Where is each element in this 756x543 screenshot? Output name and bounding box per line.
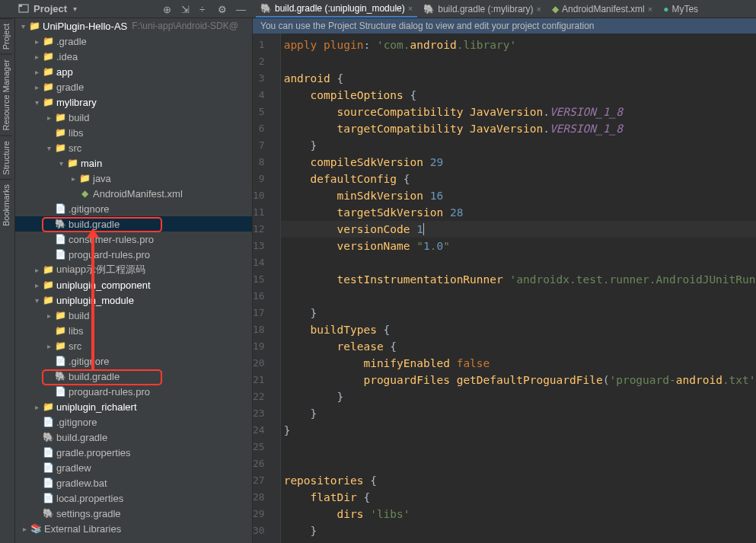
tree-item[interactable]: ▾📁uniplugin_module: [15, 292, 252, 308]
editor-tab[interactable]: 🐘build.gradle (:uniplugin_module)×: [256, 1, 417, 18]
tree-item[interactable]: ▸📁uniplugin_component: [15, 277, 252, 292]
tree-item[interactable]: ▸📁gradle: [15, 79, 252, 94]
tree-item[interactable]: 📁libs: [15, 323, 252, 338]
code-line[interactable]: [281, 53, 756, 70]
code-line[interactable]: targetCompatibility JavaVersion.VERSION_…: [281, 120, 756, 137]
side-tab[interactable]: Bookmarks: [0, 179, 12, 231]
project-root[interactable]: ▾📁UniPlugin-Hello-ASF:\uni-app\Android-S…: [15, 18, 252, 34]
code-line[interactable]: apply plugin: 'com.android.library': [281, 37, 756, 53]
tree-item[interactable]: ▾📁main: [15, 155, 252, 171]
code-line[interactable]: [281, 288, 756, 305]
tree-item[interactable]: 📄gradlew.bat: [15, 475, 252, 490]
code-line[interactable]: }: [281, 305, 756, 321]
expand-arrow-icon[interactable]: ▸: [32, 281, 41, 289]
tree-item[interactable]: 📄consumer-rules.pro: [15, 232, 252, 247]
expand-arrow-icon[interactable]: ▾: [32, 98, 41, 107]
side-tab[interactable]: Resource Manager: [0, 54, 12, 136]
code-line[interactable]: versionName "1.0": [281, 238, 756, 254]
expand-arrow-icon[interactable]: ▸: [32, 266, 41, 274]
code-line[interactable]: repositories {: [281, 472, 756, 489]
tree-item[interactable]: ▸📁src: [15, 338, 252, 353]
tree-item[interactable]: ▸📁.gradle: [15, 34, 252, 49]
gear-icon[interactable]: ⚙: [218, 4, 228, 14]
code-line[interactable]: release {: [281, 338, 756, 355]
code-line[interactable]: }: [281, 522, 756, 539]
tree-item[interactable]: ▸📁build: [15, 110, 252, 125]
side-tab[interactable]: Structure: [0, 136, 12, 180]
code-line[interactable]: [281, 254, 756, 271]
expand-arrow-icon[interactable]: ▸: [20, 525, 29, 533]
code-line[interactable]: }: [281, 405, 756, 422]
tree-item[interactable]: 📄proguard-rules.pro: [15, 384, 252, 399]
code-line[interactable]: [281, 455, 756, 472]
tree-item[interactable]: 📄.gitignore: [15, 414, 252, 430]
code-line[interactable]: }: [281, 422, 756, 439]
code-line[interactable]: }: [281, 388, 756, 405]
tree-item[interactable]: 📄.gitignore: [15, 353, 252, 369]
code-line[interactable]: sourceCompatibility JavaVersion.VERSION_…: [281, 104, 756, 120]
code-line[interactable]: proguardFiles getDefaultProguardFile('pr…: [281, 372, 756, 388]
code-line[interactable]: [281, 439, 756, 455]
tree-item[interactable]: ▾📁src: [15, 140, 252, 155]
tree-item[interactable]: 📄proguard-rules.pro: [15, 247, 252, 262]
editor-tab[interactable]: ◆AndroidManifest.xml×: [547, 1, 657, 18]
close-icon[interactable]: ×: [537, 5, 541, 14]
code-line[interactable]: buildTypes {: [281, 321, 756, 338]
code-line[interactable]: flatDir {: [281, 489, 756, 506]
tree-item[interactable]: ▸📁java: [15, 171, 252, 186]
expand-arrow-icon[interactable]: ▸: [32, 68, 41, 76]
tree-item[interactable]: 🐘settings.gradle: [15, 506, 252, 521]
side-tab[interactable]: Project: [0, 18, 12, 54]
code-line[interactable]: testInstrumentationRunner 'androidx.test…: [281, 271, 756, 288]
tree-item[interactable]: ▸📁uniapp示例工程源码: [15, 262, 252, 277]
tree-item[interactable]: ▸📁build: [15, 308, 252, 323]
target-icon[interactable]: ⊕: [163, 4, 174, 14]
code-line[interactable]: compileSdkVersion 29: [281, 154, 756, 171]
code-line[interactable]: android {: [281, 70, 756, 87]
tree-item[interactable]: 📄local.properties: [15, 490, 252, 506]
collapse-icon[interactable]: ⇲: [181, 4, 192, 14]
expand-arrow-icon[interactable]: ▸: [32, 37, 41, 46]
code-line[interactable]: minifyEnabled false: [281, 355, 756, 372]
expand-arrow-icon[interactable]: ▸: [32, 403, 41, 411]
divide-icon[interactable]: ÷: [199, 4, 210, 14]
tree-item[interactable]: 📄gradlew: [15, 460, 252, 475]
expand-arrow-icon[interactable]: ▸: [44, 342, 53, 350]
tree-item[interactable]: 🐘build.gradle: [15, 430, 252, 445]
code-line[interactable]: }: [281, 137, 756, 154]
code-line[interactable]: targetSdkVersion 28: [281, 204, 756, 221]
tree-item[interactable]: ▸📁app: [15, 64, 252, 79]
code-line[interactable]: compileOptions {: [281, 87, 756, 104]
tree-item[interactable]: 📄.gitignore: [15, 201, 252, 216]
expand-arrow-icon[interactable]: ▸: [44, 113, 53, 122]
expand-arrow-icon[interactable]: ▸: [69, 174, 78, 183]
tree-item[interactable]: 📁libs: [15, 125, 252, 140]
code-line[interactable]: minSdkVersion 16: [281, 187, 756, 204]
tree-item[interactable]: ▸📁.idea: [15, 49, 252, 64]
notification-bar[interactable]: You can use the Project Structure dialog…: [253, 18, 756, 34]
tree-item[interactable]: 📄gradle.properties: [15, 445, 252, 460]
hide-icon[interactable]: —: [236, 4, 247, 14]
tree-item[interactable]: ▸📁uniplugin_richalert: [15, 399, 252, 414]
code-line[interactable]: defaultConfig {: [281, 171, 756, 187]
code-line[interactable]: versionCode 1: [281, 221, 756, 238]
tree-item[interactable]: ◆AndroidManifest.xml: [15, 186, 252, 201]
tree-item[interactable]: ▸📚External Libraries: [15, 521, 252, 536]
expand-arrow-icon[interactable]: ▾: [44, 144, 53, 152]
editor-tab[interactable]: ●MyTes: [659, 1, 703, 18]
project-selector[interactable]: Project ▾ ⊕ ⇲ ÷ ⚙ —: [0, 3, 253, 15]
tree-item[interactable]: 🐘build.gradle: [15, 369, 252, 384]
tree-item[interactable]: 🐘build.gradle: [15, 216, 252, 232]
expand-arrow-icon[interactable]: ▸: [32, 83, 41, 91]
expand-arrow-icon[interactable]: ▸: [44, 311, 53, 320]
close-icon[interactable]: ×: [408, 4, 413, 13]
close-icon[interactable]: ×: [648, 5, 652, 14]
code-area[interactable]: apply plugin: 'com.android.library'andro…: [281, 34, 756, 543]
editor-tab[interactable]: 🐘build.gradle (:mylibrary)×: [419, 1, 546, 18]
code-line[interactable]: dirs 'libs': [281, 506, 756, 522]
tree-item[interactable]: ▾📁mylibrary: [15, 94, 252, 110]
expand-arrow-icon[interactable]: ▸: [32, 53, 41, 61]
expand-arrow-icon[interactable]: ▾: [56, 159, 65, 168]
expand-arrow-icon[interactable]: ▾: [32, 296, 41, 305]
file-tree[interactable]: ▾📁UniPlugin-Hello-ASF:\uni-app\Android-S…: [15, 18, 252, 536]
